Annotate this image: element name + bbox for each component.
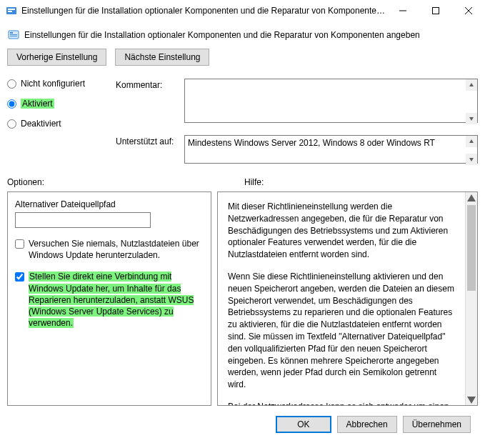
- radio-enabled-input[interactable]: [7, 99, 16, 109]
- svg-rect-1: [8, 9, 15, 10]
- radio-enabled[interactable]: Aktiviert: [7, 99, 103, 109]
- app-icon: [6, 5, 17, 16]
- alt-path-label: Alternativer Dateiquellpfad: [15, 199, 204, 209]
- comment-label: Kommentar:: [116, 79, 179, 90]
- bottom-button-bar: OK Abbrechen Übernehmen: [7, 416, 478, 433]
- radio-not-configured[interactable]: Nicht konfiguriert: [7, 79, 103, 89]
- svg-marker-15: [467, 194, 476, 201]
- comment-wrap: [184, 79, 478, 125]
- radio-not-configured-label: Nicht konfiguriert: [21, 79, 85, 89]
- scroll-down-icon[interactable]: [466, 113, 477, 124]
- never-wu-row[interactable]: Versuchen Sie niemals, Nutzlastdateien ü…: [15, 238, 204, 261]
- supported-row: Unterstützt auf:: [116, 135, 478, 166]
- help-p1: Mit dieser Richtlinieneinstellung werden…: [228, 201, 455, 261]
- scroll-down-icon[interactable]: [466, 393, 477, 405]
- fields-column: Kommentar: Unterstützt auf:: [116, 79, 478, 166]
- help-pane: Mit dieser Richtlinieneinstellung werden…: [217, 191, 478, 406]
- supported-value: [184, 135, 478, 164]
- dialog-content: Einstellungen für die Installation optio…: [0, 21, 485, 433]
- svg-marker-16: [467, 397, 476, 404]
- radio-not-configured-input[interactable]: [7, 79, 16, 89]
- svg-marker-12: [469, 117, 474, 121]
- svg-marker-13: [469, 139, 474, 143]
- top-area: Nicht konfiguriert Aktiviert Deaktiviert…: [7, 79, 478, 166]
- minimize-button[interactable]: [386, 0, 419, 21]
- help-header: Hilfe:: [244, 177, 478, 187]
- scroll-down-icon[interactable]: [466, 154, 477, 165]
- policy-icon: [7, 29, 20, 41]
- next-setting-button[interactable]: Nächste Einstellung: [115, 49, 209, 66]
- help-p2: Wenn Sie diese Richtlinieneinstellung ak…: [228, 271, 455, 391]
- direct-wu-row[interactable]: Stellen Sie direkt eine Verbindung mit W…: [15, 271, 204, 329]
- maximize-button[interactable]: [419, 0, 452, 21]
- supported-wrap: [184, 135, 478, 166]
- never-wu-checkbox[interactable]: [15, 239, 24, 249]
- scroll-up-icon[interactable]: [466, 136, 477, 147]
- window-buttons: [386, 0, 485, 21]
- help-scrollbar[interactable]: [465, 192, 477, 405]
- state-radio-group: Nicht konfiguriert Aktiviert Deaktiviert: [7, 79, 103, 166]
- help-p3: Bei der Netzwerkadresse kann es sich ent…: [228, 401, 455, 405]
- scrollbar-thumb[interactable]: [467, 205, 476, 291]
- alt-path-input[interactable]: [15, 212, 151, 228]
- apply-button[interactable]: Übernehmen: [403, 416, 471, 433]
- direct-wu-label: Stellen Sie direkt eine Verbindung mit W…: [29, 272, 194, 328]
- svg-rect-4: [433, 8, 439, 14]
- svg-marker-14: [469, 158, 474, 161]
- svg-marker-11: [469, 83, 474, 86]
- options-pane: Alternativer Dateiquellpfad Versuchen Si…: [7, 191, 211, 406]
- scroll-up-icon[interactable]: [466, 192, 477, 204]
- svg-rect-8: [10, 32, 13, 34]
- close-button[interactable]: [452, 0, 485, 21]
- supported-label: Unterstützt auf:: [116, 135, 179, 146]
- svg-rect-10: [10, 36, 17, 36]
- radio-disabled-input[interactable]: [7, 119, 16, 129]
- subheader-text: Einstellungen für die Installation optio…: [24, 30, 420, 40]
- radio-disabled[interactable]: Deaktiviert: [7, 119, 103, 129]
- scroll-up-icon[interactable]: [466, 79, 477, 91]
- panes: Alternativer Dateiquellpfad Versuchen Si…: [7, 191, 478, 406]
- direct-wu-checkbox[interactable]: [15, 272, 24, 282]
- radio-enabled-label: Aktiviert: [21, 99, 54, 109]
- comment-row: Kommentar:: [116, 79, 478, 125]
- never-wu-label: Versuchen Sie niemals, Nutzlastdateien ü…: [29, 239, 199, 260]
- svg-rect-9: [10, 34, 17, 35]
- cancel-button[interactable]: Abbrechen: [337, 416, 397, 433]
- radio-disabled-label: Deaktiviert: [21, 119, 61, 129]
- comment-input[interactable]: [184, 79, 478, 123]
- svg-rect-2: [8, 11, 12, 12]
- window-title: Einstellungen für die Installation optio…: [21, 6, 386, 16]
- options-header: Optionen:: [7, 177, 244, 187]
- subheader: Einstellungen für die Installation optio…: [7, 27, 478, 49]
- titlebar: Einstellungen für die Installation optio…: [0, 0, 485, 21]
- nav-row: Vorherige Einstellung Nächste Einstellun…: [7, 49, 478, 66]
- section-headers: Optionen: Hilfe:: [7, 177, 478, 187]
- help-text: Mit dieser Richtlinieneinstellung werden…: [218, 192, 465, 405]
- ok-button[interactable]: OK: [276, 416, 331, 433]
- previous-setting-button[interactable]: Vorherige Einstellung: [7, 49, 106, 66]
